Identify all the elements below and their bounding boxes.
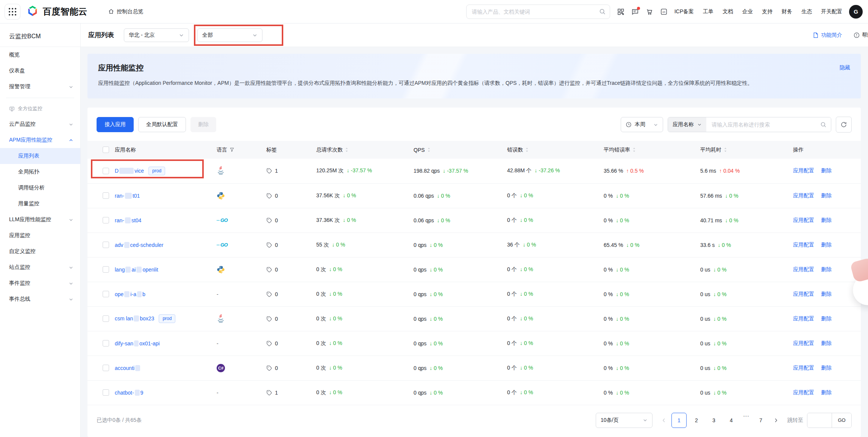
row-checkbox[interactable] bbox=[103, 365, 109, 371]
scope-select[interactable]: 全部 bbox=[197, 28, 262, 42]
sidebar-item[interactable]: APM应用性能监控 bbox=[0, 132, 80, 148]
app-name-link[interactable]: opei-ab bbox=[115, 291, 145, 297]
page-number-button[interactable]: 3 bbox=[706, 413, 721, 428]
filter-icon[interactable] bbox=[229, 147, 234, 152]
sidebar-item[interactable]: 应用监控 bbox=[0, 228, 80, 243]
search-icon[interactable] bbox=[820, 122, 826, 128]
row-checkbox[interactable] bbox=[103, 389, 109, 396]
topbar-link[interactable]: 文档 bbox=[723, 8, 733, 15]
add-app-button[interactable]: 接入应用 bbox=[97, 117, 134, 132]
app-name-link[interactable]: langaiopenlit bbox=[115, 267, 158, 273]
delete-link[interactable]: 删除 bbox=[821, 389, 832, 395]
banner-hide-link[interactable]: 隐藏 bbox=[840, 64, 850, 71]
column-header-label[interactable]: 平均耗时 bbox=[700, 147, 789, 153]
app-name-link[interactable]: advced-scheduler bbox=[115, 242, 164, 248]
sidebar-item[interactable]: 全方位监控 bbox=[0, 101, 80, 116]
delete-link[interactable]: 删除 bbox=[821, 266, 832, 272]
app-config-link[interactable]: 应用配置 bbox=[793, 340, 814, 346]
sort-icon[interactable] bbox=[427, 147, 431, 153]
pagination-ellipsis[interactable]: ··· bbox=[741, 413, 751, 428]
time-range-select[interactable]: 本周 bbox=[621, 117, 663, 132]
app-name-link[interactable]: chatbot-9 bbox=[115, 390, 143, 396]
app-config-link[interactable]: 应用配置 bbox=[793, 291, 814, 297]
sidebar-item[interactable]: 报警管理 bbox=[0, 79, 80, 95]
search-category-select[interactable]: 应用名称 bbox=[668, 117, 706, 132]
sidebar-item[interactable]: 云产品监控 bbox=[0, 116, 80, 132]
row-checkbox[interactable] bbox=[103, 168, 109, 174]
app-config-link[interactable]: 应用配置 bbox=[793, 266, 814, 272]
column-header-label[interactable]: 语言 bbox=[217, 147, 262, 153]
app-config-link[interactable]: 应用配置 bbox=[793, 167, 814, 173]
row-checkbox[interactable] bbox=[103, 242, 109, 248]
row-checkbox[interactable] bbox=[103, 340, 109, 346]
app-config-link[interactable]: 应用配置 bbox=[793, 242, 814, 248]
app-config-link[interactable]: 应用配置 bbox=[793, 217, 814, 223]
brand-logo[interactable]: 百度智能云 bbox=[26, 5, 87, 19]
sidebar-item[interactable]: 用量监控 bbox=[0, 196, 80, 212]
column-header-label[interactable]: 平均错误率 bbox=[604, 147, 696, 153]
sort-icon[interactable] bbox=[345, 147, 348, 153]
app-config-link[interactable]: 应用配置 bbox=[793, 365, 814, 371]
console-overview-link[interactable]: 控制台总览 bbox=[108, 8, 144, 15]
jump-page-input[interactable] bbox=[807, 413, 832, 428]
row-checkbox[interactable] bbox=[103, 291, 109, 297]
topbar-link[interactable]: 支持 bbox=[762, 8, 773, 15]
app-name-link[interactable]: dify-sanox01-api bbox=[115, 340, 160, 346]
next-page-button[interactable] bbox=[771, 418, 781, 423]
column-header-label[interactable]: 总请求次数 bbox=[316, 147, 410, 153]
app-name-link[interactable]: Dvice bbox=[115, 168, 144, 174]
page-size-select[interactable]: 10条/页 bbox=[596, 413, 653, 428]
delete-link[interactable]: 删除 bbox=[821, 167, 832, 173]
page-number-button[interactable]: 1 bbox=[671, 413, 687, 428]
help-doc-link[interactable]: 帮助文档 bbox=[854, 32, 868, 39]
go-button[interactable]: GO bbox=[832, 413, 851, 428]
app-config-link[interactable]: 应用配置 bbox=[793, 389, 814, 395]
sidebar-item[interactable]: 应用列表 bbox=[0, 148, 80, 164]
delete-link[interactable]: 删除 bbox=[821, 340, 832, 346]
refresh-button[interactable] bbox=[836, 117, 852, 133]
topbar-link[interactable]: 工单 bbox=[703, 8, 713, 15]
search-icon[interactable] bbox=[599, 8, 606, 15]
app-name-link[interactable]: ran-t01 bbox=[115, 193, 140, 199]
region-select[interactable]: 华北 - 北京 bbox=[124, 28, 189, 42]
sidebar-item[interactable]: LLM应用性能监控 bbox=[0, 212, 80, 228]
cart-icon[interactable] bbox=[646, 8, 653, 16]
delete-link[interactable]: 删除 bbox=[821, 242, 832, 248]
floating-assistant-widget[interactable] bbox=[841, 260, 868, 305]
page-number-button[interactable]: 4 bbox=[724, 413, 739, 428]
sidebar-item[interactable]: 全局拓扑 bbox=[0, 164, 80, 180]
avatar[interactable]: G bbox=[849, 5, 863, 19]
apps-grid-button[interactable] bbox=[5, 4, 20, 20]
delete-link[interactable]: 删除 bbox=[821, 217, 832, 223]
topbar-link[interactable]: 企业 bbox=[742, 8, 753, 15]
row-checkbox[interactable] bbox=[103, 266, 109, 273]
delete-link[interactable]: 删除 bbox=[821, 291, 832, 297]
sidebar-item[interactable]: 概览 bbox=[0, 47, 80, 63]
delete-link[interactable]: 删除 bbox=[821, 315, 832, 322]
column-header-label[interactable]: 错误数 bbox=[507, 147, 600, 153]
row-checkbox[interactable] bbox=[103, 217, 109, 223]
topbar-link[interactable]: 生态 bbox=[801, 8, 812, 15]
app-name-link[interactable]: csm lanbox23 bbox=[115, 315, 154, 322]
page-number-button[interactable]: 7 bbox=[753, 413, 768, 428]
sidebar-item[interactable]: 事件监控 bbox=[0, 275, 80, 291]
message-icon[interactable] bbox=[631, 8, 639, 16]
global-search-input[interactable] bbox=[466, 5, 610, 19]
topbar-link[interactable]: 财务 bbox=[782, 8, 792, 15]
sidebar-item[interactable]: 调用链分析 bbox=[0, 180, 80, 196]
topbar-link[interactable]: ICP备案 bbox=[674, 8, 694, 15]
page-number-button[interactable]: 2 bbox=[689, 413, 704, 428]
app-name-link[interactable]: accounti bbox=[115, 365, 141, 371]
column-header-label[interactable]: QPS bbox=[414, 147, 503, 153]
sidebar-item[interactable]: 事件总线 bbox=[0, 291, 80, 307]
delete-link[interactable]: 删除 bbox=[821, 192, 832, 198]
app-search-input[interactable] bbox=[706, 117, 831, 132]
sidebar-item[interactable]: 仪表盘 bbox=[0, 63, 80, 79]
app-config-link[interactable]: 应用配置 bbox=[793, 315, 814, 322]
global-config-button[interactable]: 全局默认配置 bbox=[138, 117, 186, 132]
sort-icon[interactable] bbox=[525, 147, 529, 153]
app-name-link[interactable]: ran-st04 bbox=[115, 217, 141, 223]
prev-page-button[interactable] bbox=[659, 418, 669, 423]
feature-intro-link[interactable]: 功能简介 bbox=[813, 32, 842, 39]
topbar-link[interactable]: 开关配置 bbox=[821, 8, 842, 15]
